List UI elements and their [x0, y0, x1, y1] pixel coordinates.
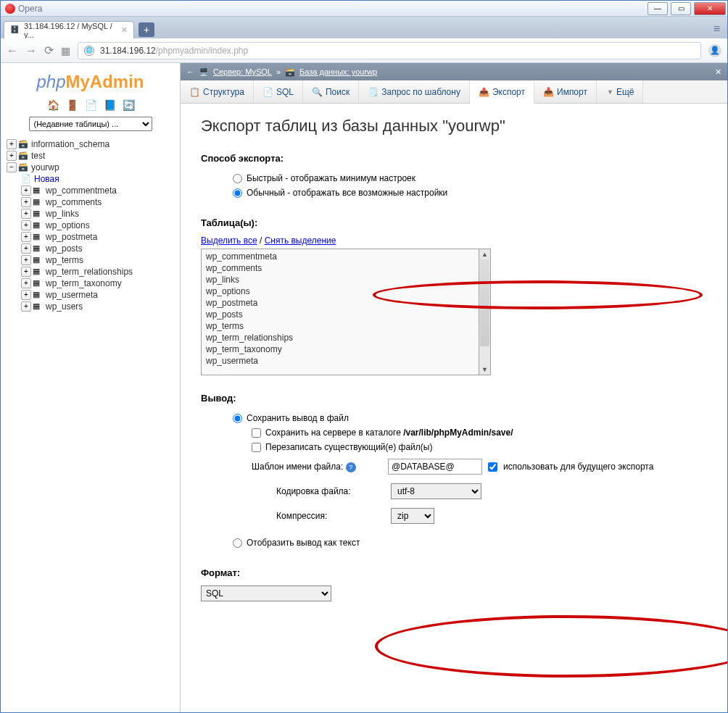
display-as-text-radio[interactable] — [233, 538, 242, 548]
filename-template-input[interactable] — [388, 459, 482, 475]
table-multiselect[interactable]: wp_commentmetawp_commentswp_linkswp_opti… — [201, 249, 491, 375]
table-icon: ▦ — [33, 209, 44, 219]
expand-icon[interactable]: + — [21, 255, 31, 265]
tab-export[interactable]: 📤Экспорт — [470, 81, 534, 104]
table-option[interactable]: wp_term_taxonomy — [203, 343, 477, 355]
tab-structure[interactable]: 📋Структура — [181, 80, 254, 103]
breadcrumb: ← 🖥️ Сервер: MySQL » 🗃️ База данных: you… — [181, 63, 727, 80]
new-table-icon: 📄 — [21, 174, 33, 184]
tab-query[interactable]: 🗒️Запрос по шаблону — [359, 80, 470, 103]
table-option[interactable]: wp_usermeta — [203, 355, 477, 367]
table-option[interactable]: wp_term_relationships — [203, 332, 477, 343]
db-link[interactable]: yourwp — [31, 162, 59, 172]
expand-icon[interactable]: + — [21, 197, 31, 207]
compression-select[interactable]: zip — [391, 508, 434, 524]
export-method-label: Способ экспорта: — [201, 153, 707, 164]
tab-import[interactable]: 📥Импорт — [534, 80, 597, 103]
maximize-button[interactable]: ▭ — [671, 2, 691, 15]
use-for-future-label: использовать для будущего экспорта — [503, 462, 653, 472]
table-link[interactable]: wp_usermeta — [46, 290, 98, 300]
user-profile-icon[interactable]: 👤 — [708, 44, 721, 57]
unselect-all-link[interactable]: Снять выделение — [265, 235, 336, 246]
expand-icon[interactable]: + — [7, 151, 17, 161]
table-link[interactable]: wp_comments — [46, 197, 102, 207]
table-link[interactable]: wp_postmeta — [46, 232, 97, 242]
breadcrumb-server[interactable]: Сервер: MySQL — [213, 67, 272, 76]
table-link[interactable]: wp_terms — [46, 255, 83, 265]
reload-button[interactable]: ⟳ — [44, 43, 54, 57]
minimize-button[interactable]: — — [648, 2, 668, 15]
table-option[interactable]: wp_links — [203, 274, 477, 285]
expand-icon[interactable]: + — [21, 209, 31, 219]
table-link[interactable]: wp_options — [46, 220, 90, 230]
expand-icon[interactable]: + — [21, 185, 31, 196]
expand-icon[interactable]: + — [7, 139, 17, 149]
table-option[interactable]: wp_postmeta — [203, 297, 477, 309]
tab-more[interactable]: ▼Ещё — [597, 80, 643, 103]
tab-sql[interactable]: 📄SQL — [254, 80, 303, 103]
table-option[interactable]: wp_commentmeta — [203, 251, 477, 262]
overwrite-checkbox[interactable] — [252, 443, 261, 452]
breadcrumb-db[interactable]: База данных: yourwp — [299, 67, 377, 76]
query-icon: 🗒️ — [368, 87, 379, 97]
db-link[interactable]: information_schema — [31, 139, 109, 149]
tab-menu-icon[interactable]: ≡ — [709, 20, 724, 38]
overwrite-label: Перезаписать существующий(е) файл(ы) — [265, 442, 432, 452]
close-tab-icon[interactable]: ✕ — [121, 25, 128, 35]
breadcrumb-close-icon[interactable]: ✕ — [715, 67, 721, 77]
table-option[interactable]: wp_posts — [203, 309, 477, 320]
format-select[interactable]: SQL — [201, 585, 331, 601]
window-titlebar: Opera — ▭ ✕ — [1, 1, 727, 17]
scroll-thumb[interactable] — [480, 259, 489, 346]
speed-dial-button[interactable]: ▦ — [61, 45, 70, 57]
expand-icon[interactable]: + — [21, 243, 31, 254]
table-link[interactable]: wp_commentmeta — [46, 185, 117, 196]
use-for-future-checkbox[interactable] — [488, 462, 497, 472]
logout-icon[interactable]: 🚪 — [66, 99, 78, 111]
expand-icon[interactable]: + — [21, 220, 31, 230]
forward-button[interactable]: → — [25, 44, 37, 57]
table-scrollbar[interactable]: ▲ ▼ — [479, 249, 491, 375]
table-link[interactable]: wp_users — [46, 301, 83, 312]
tab-search[interactable]: 🔍Поиск — [303, 80, 359, 103]
help-icon[interactable]: ? — [346, 462, 356, 472]
table-option[interactable]: wp_comments — [203, 262, 477, 274]
save-to-file-radio[interactable] — [233, 414, 242, 423]
back-button[interactable]: ← — [7, 44, 18, 57]
recent-tables-select[interactable]: (Недавние таблицы) ... — [29, 117, 152, 131]
breadcrumb-back-icon[interactable]: ← — [186, 67, 194, 76]
expand-icon[interactable]: + — [21, 301, 31, 312]
home-icon[interactable]: 🏠 — [47, 99, 59, 111]
scroll-up-icon[interactable]: ▲ — [479, 249, 490, 259]
table-link[interactable]: wp_term_taxonomy — [46, 278, 122, 288]
table-link[interactable]: wp_term_relationships — [46, 267, 133, 277]
select-all-link[interactable]: Выделить все — [201, 235, 257, 246]
new-tab-button[interactable]: + — [138, 22, 154, 37]
db-link[interactable]: test — [31, 151, 45, 161]
url-input[interactable]: 🌐 31.184.196.12/phpmyadmin/index.php — [78, 42, 701, 59]
table-link[interactable]: wp_links — [46, 209, 79, 219]
reload-nav-icon[interactable]: 🔄 — [123, 99, 134, 111]
table-option[interactable]: wp_options — [203, 285, 477, 297]
table-link[interactable]: wp_posts — [46, 243, 83, 254]
collapse-icon[interactable]: − — [7, 162, 17, 172]
browser-tab[interactable]: 🗄️ 31.184.196.12 / MySQL / y... ✕ — [4, 21, 134, 38]
sql-icon[interactable]: 📄 — [85, 99, 96, 111]
docs-icon[interactable]: 📘 — [104, 99, 115, 111]
table-icon: ▦ — [33, 232, 44, 242]
method-quick-radio[interactable] — [233, 174, 242, 183]
encoding-select[interactable]: utf-8 — [391, 483, 481, 499]
method-custom-radio[interactable] — [233, 188, 242, 198]
save-on-server-checkbox[interactable] — [252, 428, 261, 438]
expand-icon[interactable]: + — [21, 290, 31, 300]
table-option[interactable]: wp_terms — [203, 320, 477, 332]
database-icon: 🗃️ — [18, 162, 30, 172]
expand-icon[interactable]: + — [21, 232, 31, 242]
expand-icon[interactable]: + — [21, 278, 31, 288]
table-icon: ▦ — [33, 243, 44, 254]
scroll-down-icon[interactable]: ▼ — [479, 364, 490, 375]
expand-icon[interactable]: + — [21, 267, 31, 277]
new-table-link[interactable]: Новая — [34, 174, 59, 184]
database-icon: 🗃️ — [285, 67, 295, 77]
close-window-button[interactable]: ✕ — [694, 2, 726, 15]
